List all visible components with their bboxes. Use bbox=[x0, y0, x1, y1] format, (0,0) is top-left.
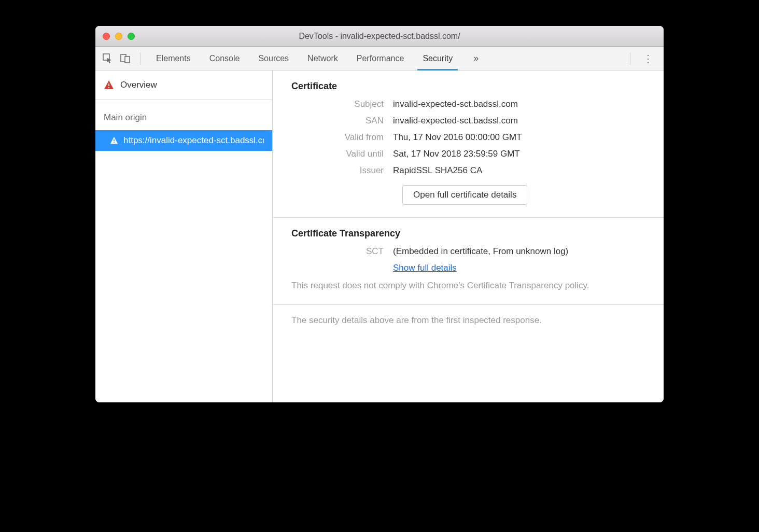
tab-sources[interactable]: Sources bbox=[249, 47, 298, 70]
certificate-heading: Certificate bbox=[291, 81, 645, 92]
maximize-window-button[interactable] bbox=[128, 33, 135, 40]
tab-elements[interactable]: Elements bbox=[147, 47, 200, 70]
footer-note: The security details above are from the … bbox=[273, 305, 664, 336]
label-sct: SCT bbox=[291, 246, 393, 257]
certificate-section: Certificate Subject invalid-expected-sct… bbox=[273, 71, 664, 218]
toggle-device-icon[interactable] bbox=[120, 53, 131, 64]
origin-url-text: https://invalid-expected-sct.badssl.com bbox=[123, 135, 264, 146]
tab-console[interactable]: Console bbox=[200, 47, 249, 70]
panel-body: Overview Main origin https://invalid-exp… bbox=[95, 71, 664, 402]
traffic-lights bbox=[95, 33, 135, 40]
toolbar-separator bbox=[140, 52, 140, 65]
open-certificate-button[interactable]: Open full certificate details bbox=[402, 185, 527, 205]
ct-heading: Certificate Transparency bbox=[291, 228, 645, 239]
svg-rect-5 bbox=[114, 139, 115, 142]
value-subject: invalid-expected-sct.badssl.com bbox=[393, 99, 645, 109]
warning-triangle-icon bbox=[110, 136, 118, 145]
label-issuer: Issuer bbox=[291, 165, 393, 176]
titlebar: DevTools - invalid-expected-sct.badssl.c… bbox=[95, 26, 664, 47]
tab-network[interactable]: Network bbox=[298, 47, 347, 70]
security-main: Certificate Subject invalid-expected-sct… bbox=[273, 71, 664, 402]
overview-label: Overview bbox=[120, 80, 157, 90]
security-sidebar: Overview Main origin https://invalid-exp… bbox=[95, 71, 273, 402]
label-subject: Subject bbox=[291, 99, 393, 109]
devtools-tabs: Elements Console Sources Network Perform… bbox=[147, 47, 462, 70]
ct-policy-note: This request does not comply with Chrome… bbox=[291, 279, 645, 292]
sidebar-overview[interactable]: Overview bbox=[95, 71, 272, 100]
value-sct: (Embedded in certificate, From unknown l… bbox=[393, 246, 645, 257]
sidebar-origin-item[interactable]: https://invalid-expected-sct.badssl.com bbox=[95, 130, 272, 151]
ct-section: Certificate Transparency SCT (Embedded i… bbox=[273, 218, 664, 305]
tab-security[interactable]: Security bbox=[413, 47, 462, 70]
svg-rect-3 bbox=[108, 83, 109, 86]
warning-triangle-icon bbox=[104, 80, 114, 90]
label-valid-from: Valid from bbox=[291, 132, 393, 143]
minimize-window-button[interactable] bbox=[115, 33, 122, 40]
value-issuer: RapidSSL SHA256 CA bbox=[393, 165, 645, 176]
more-tabs-icon[interactable]: » bbox=[468, 53, 484, 64]
close-window-button[interactable] bbox=[103, 33, 110, 40]
value-valid-until: Sat, 17 Nov 2018 23:59:59 GMT bbox=[393, 149, 645, 159]
window-title: DevTools - invalid-expected-sct.badssl.c… bbox=[95, 32, 664, 41]
settings-menu-icon[interactable]: ⋮ bbox=[637, 52, 659, 65]
label-valid-until: Valid until bbox=[291, 149, 393, 159]
tab-performance[interactable]: Performance bbox=[347, 47, 414, 70]
svg-rect-2 bbox=[125, 57, 130, 63]
svg-rect-6 bbox=[114, 142, 115, 143]
show-full-details-link[interactable]: Show full details bbox=[393, 263, 457, 273]
value-san: invalid-expected-sct.badssl.com bbox=[393, 116, 645, 126]
devtools-window: DevTools - invalid-expected-sct.badssl.c… bbox=[95, 26, 664, 402]
devtools-toolbar: Elements Console Sources Network Perform… bbox=[95, 47, 664, 71]
label-san: SAN bbox=[291, 116, 393, 126]
toolbar-separator bbox=[630, 52, 630, 65]
svg-rect-4 bbox=[108, 87, 109, 88]
main-origin-header: Main origin bbox=[95, 100, 272, 130]
inspect-element-icon[interactable] bbox=[103, 53, 113, 64]
value-valid-from: Thu, 17 Nov 2016 00:00:00 GMT bbox=[393, 132, 645, 143]
